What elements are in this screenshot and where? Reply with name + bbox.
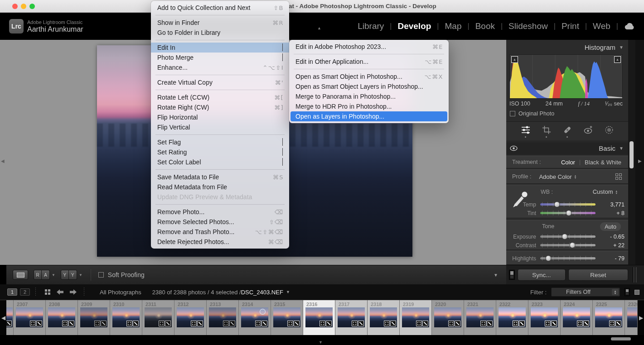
crop-tool-button[interactable] <box>542 125 552 138</box>
filmstrip-thumbnail-edge[interactable] <box>6 300 14 335</box>
crop-badge-icon[interactable] <box>94 321 100 326</box>
rotate-left-ccw-menu-item[interactable]: Rotate Left (CCW)⌘[ <box>151 92 289 102</box>
exposure-slider[interactable]: Exposure- 0.65 <box>506 232 628 241</box>
before-view-button[interactable]: Y <box>61 270 69 280</box>
crop-badge-icon[interactable] <box>287 321 293 326</box>
highlights-slider[interactable]: Highlights- 79 <box>506 254 628 263</box>
filmstrip-thumbnail-2307[interactable]: 2307 <box>14 300 46 335</box>
save-metadata-to-file-menu-item[interactable]: Save Metadata to File⌘S <box>151 172 289 182</box>
right-panel-collapse-icon[interactable]: ▶ <box>638 158 642 163</box>
crop-badge-icon[interactable] <box>448 321 454 326</box>
module-tab-develop[interactable]: Develop <box>397 21 431 31</box>
temp-slider-track[interactable] <box>540 203 596 206</box>
treatment-color-option[interactable]: Color <box>561 159 575 166</box>
enhance-menu-item[interactable]: Enhance...⌃⌥⇧I <box>151 62 289 72</box>
adjustment-badge-icon[interactable] <box>326 321 332 326</box>
crop-badge-icon[interactable] <box>545 321 551 326</box>
remove-and-trash-photo-menu-item[interactable]: Remove and Trash Photo...⌥⇧⌘⌫ <box>151 227 289 237</box>
set-flag-menu-item[interactable]: Set Flag <box>151 137 289 147</box>
masking-tool-button[interactable] <box>604 125 614 138</box>
crop-badge-icon[interactable] <box>577 321 583 326</box>
flip-vertical-menu-item[interactable]: Flip Vertical <box>151 122 289 132</box>
highlights-slider-thumb[interactable] <box>546 255 552 261</box>
collapse-top-panel-icon[interactable]: ▲ <box>317 26 321 30</box>
adjustment-badge-icon[interactable] <box>519 321 525 326</box>
crop-badge-icon[interactable] <box>159 321 165 326</box>
adjustment-badge-icon[interactable] <box>133 321 139 326</box>
close-button[interactable] <box>12 4 18 9</box>
reset-button[interactable]: Reset <box>568 269 628 281</box>
second-window-button[interactable]: 2 <box>20 288 30 296</box>
update-dng-preview-metadata-menu-item[interactable]: Update DNG Preview & Metadata <box>151 192 289 202</box>
remove-photo-menu-item[interactable]: Remove Photo...⌫ <box>151 207 289 217</box>
temp-slider[interactable]: Temp3,771 <box>506 200 628 209</box>
edit-in-menu-item[interactable]: Edit In <box>151 43 289 53</box>
crop-badge-icon[interactable] <box>609 321 615 326</box>
edit-tool-button[interactable] <box>521 125 531 138</box>
filmstrip-thumbnail-2322[interactable]: 2322 <box>496 300 528 335</box>
adjustment-badge-icon[interactable] <box>358 321 364 326</box>
minimize-button[interactable] <box>21 4 26 9</box>
filmstrip-thumbnail-2324[interactable]: 2324 <box>561 300 593 335</box>
open-as-smart-object-layers-in-photoshop-menu-item[interactable]: Open as Smart Object Layers in Photoshop… <box>289 81 449 91</box>
treatment-bw-option[interactable]: Black & White <box>585 159 621 166</box>
filmstrip-thumbnail-2313[interactable]: 2313 <box>207 300 239 335</box>
crop-badge-icon[interactable] <box>384 321 390 326</box>
filter-dropdown[interactable]: Filters Off ▴▾ <box>551 288 620 297</box>
auto-tone-button[interactable]: Auto <box>600 222 621 231</box>
source-label[interactable]: All Photographs <box>100 289 141 296</box>
healing-tool-button[interactable] <box>562 125 572 138</box>
panel-scrollbar-thumb[interactable] <box>629 141 634 168</box>
adjustment-badge-icon[interactable] <box>197 321 203 326</box>
previous-photo-icon[interactable] <box>57 289 63 295</box>
crop-badge-icon[interactable] <box>191 321 197 326</box>
original-photo-checkbox[interactable] <box>510 111 515 116</box>
photo-merge-menu-item[interactable]: Photo Merge <box>151 53 289 62</box>
basic-panel-header[interactable]: Basic ▼ <box>506 142 628 155</box>
filmstrip-thumbnail-2320[interactable]: 2320 <box>432 300 464 335</box>
sync-button[interactable]: Sync... <box>518 269 566 281</box>
basic-disclosure-icon[interactable]: ▼ <box>619 146 624 151</box>
filmstrip-thumbnail-2323[interactable]: 2323 <box>528 300 561 335</box>
filmstrip-thumbnail-2321[interactable]: 2321 <box>464 300 496 335</box>
adjustment-badge-icon[interactable] <box>6 321 12 326</box>
highlights-slider-track[interactable] <box>540 257 596 259</box>
create-virtual-copy-menu-item[interactable]: Create Virtual Copy⌘' <box>151 77 289 87</box>
adjustment-badge-icon[interactable] <box>615 321 621 326</box>
add-to-quick-collection-and-next-menu-item[interactable]: Add to Quick Collection and Next⇧B <box>151 3 289 13</box>
crop-badge-icon[interactable] <box>352 321 358 326</box>
contrast-slider-track[interactable] <box>540 244 596 246</box>
adjustment-badge-icon[interactable] <box>165 321 171 326</box>
show-in-finder-menu-item[interactable]: Show in Finder⌘R <box>151 18 289 28</box>
filmstrip-thumbnail-2314[interactable]: 2314 <box>239 300 271 335</box>
filmstrip-thumbnail-2310[interactable]: 2310 <box>110 300 142 335</box>
contrast-slider-thumb[interactable] <box>569 242 575 248</box>
profile-select[interactable]: Adobe Color ▴▾ <box>539 173 576 180</box>
shadow-clipping-indicator-icon[interactable]: ▲ <box>511 56 518 63</box>
temp-slider-thumb[interactable] <box>554 201 560 207</box>
flip-horizontal-menu-item[interactable]: Flip Horizontal <box>151 112 289 122</box>
cloud-sync-icon[interactable] <box>624 23 636 30</box>
open-as-layers-in-photoshop-menu-item[interactable]: Open as Layers in Photoshop... <box>291 111 447 121</box>
crop-badge-icon[interactable] <box>126 321 132 326</box>
adjustment-badge-icon[interactable] <box>294 321 300 326</box>
histogram[interactable]: ▲ ▲ <box>509 54 623 99</box>
module-tab-map[interactable]: Map <box>445 21 462 31</box>
open-as-smart-object-in-photoshop-menu-item[interactable]: Open as Smart Object in Photoshop...⌥⌘X <box>289 72 449 81</box>
read-metadata-from-file-menu-item[interactable]: Read Metadata from File <box>151 182 289 192</box>
filter-toggle-switch[interactable] <box>625 288 630 296</box>
loupe-view-button[interactable] <box>13 270 28 280</box>
filmstrip-thumbnail-2316[interactable]: 2316 <box>303 300 335 335</box>
before-after-buttons[interactable]: Y Y <box>61 270 77 280</box>
filmstrip-thumbnail-2311[interactable]: 2311 <box>142 300 174 335</box>
module-tab-web[interactable]: Web <box>593 21 610 31</box>
edit-in-other-application-menu-item[interactable]: Edit in Other Application...⌥⌘E <box>289 57 449 67</box>
catalog-status[interactable]: 2380 of 2388 photos / 4 selected / DSC_2… <box>152 289 290 296</box>
filmstrip-scroll-left-icon[interactable]: ◀ <box>1 315 5 321</box>
exposure-slider-thumb[interactable] <box>562 234 567 240</box>
grid-view-icon[interactable] <box>45 289 50 295</box>
main-window-button[interactable]: 1 <box>7 288 17 296</box>
tint-slider[interactable]: Tint+ 8 <box>506 209 628 217</box>
filmstrip-thumbnail-2318[interactable]: 2318 <box>368 300 400 335</box>
next-photo-icon[interactable] <box>70 289 77 295</box>
